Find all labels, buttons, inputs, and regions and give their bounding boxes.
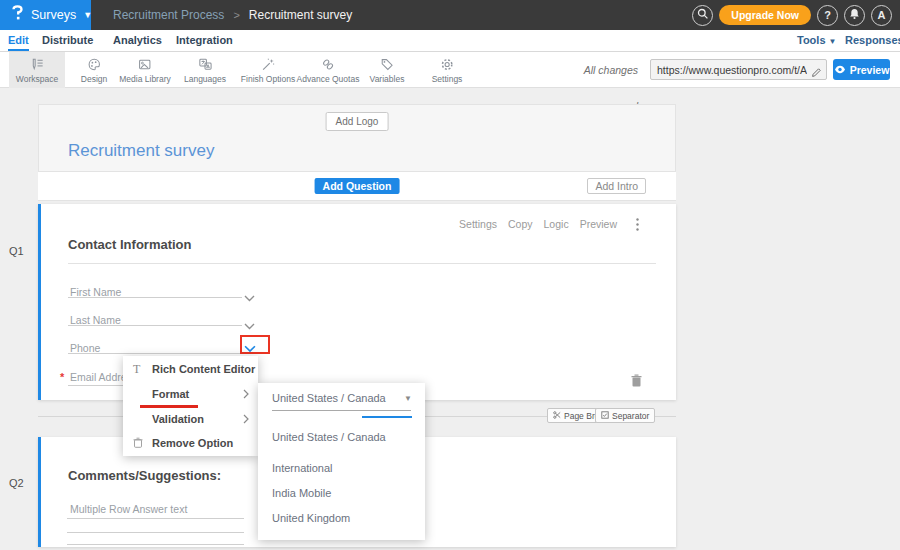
answer-line — [67, 518, 244, 519]
question-logic-link[interactable]: Logic — [544, 218, 569, 230]
select-caret-icon: ▼ — [404, 394, 412, 403]
breadcrumb-folder[interactable]: Recruitment Process — [113, 8, 224, 22]
format-option-india-mobile[interactable]: India Mobile — [272, 487, 331, 499]
tag-icon — [380, 57, 395, 72]
palette-icon — [87, 57, 102, 72]
trash-icon[interactable] — [631, 373, 642, 391]
top-navbar: Surveys ▼ Recruitment Process > Recruitm… — [0, 0, 900, 30]
row-options-context-menu: T Rich Content Editor Format Validation … — [123, 356, 258, 456]
format-option-us-canada[interactable]: United States / Canada — [272, 431, 386, 443]
question-preview-link[interactable]: Preview — [580, 218, 617, 230]
annotation-red-underline — [140, 405, 198, 408]
format-option-international[interactable]: International — [272, 462, 333, 474]
breadcrumb-survey-name: Recruitment survey — [249, 8, 352, 22]
tools-menu[interactable]: Tools ▼ — [797, 30, 837, 51]
app-window: Surveys ▼ Recruitment Process > Recruitm… — [0, 0, 900, 550]
breadcrumb: Recruitment Process > Recruitment survey — [113, 0, 352, 30]
upgrade-now-button[interactable]: Upgrade Now — [719, 5, 811, 25]
survey-header-card: Add Logo Recruitment survey — [38, 104, 676, 172]
image-icon — [138, 57, 153, 72]
toolbar-item-finish-options[interactable]: Finish Options — [237, 52, 299, 88]
menu-item-format[interactable]: Format — [123, 383, 258, 405]
gear-icon — [440, 57, 455, 72]
menu-item-remove-option[interactable]: Remove Option — [123, 432, 258, 454]
survey-title[interactable]: Recruitment survey — [68, 141, 214, 161]
tab-analytics[interactable]: Analytics — [113, 30, 162, 51]
bell-icon — [849, 8, 860, 22]
product-menu-label: Surveys — [31, 8, 76, 22]
add-question-button[interactable]: Add Question — [315, 178, 400, 194]
annotation-red-box — [240, 335, 270, 354]
text-format-icon: T — [133, 362, 140, 377]
chevron-down-icon[interactable] — [244, 288, 255, 306]
menu-item-validation[interactable]: Validation — [123, 408, 258, 430]
multirow-answer-placeholder[interactable]: Multiple Row Answer text — [70, 503, 187, 515]
kebab-menu-icon[interactable] — [636, 217, 639, 235]
toolbar-item-variables[interactable]: Variables — [366, 52, 409, 88]
workspace-icon — [30, 57, 45, 72]
question-actions: Settings Copy Logic Preview — [459, 218, 617, 230]
question-2-label: Q2 — [9, 477, 24, 489]
toolbar-item-languages[interactable]: Languages — [180, 52, 230, 88]
search-button[interactable] — [692, 5, 713, 26]
autosave-status: All changes saved — [566, 52, 638, 88]
question-copy-link[interactable]: Copy — [508, 218, 533, 230]
notifications-button[interactable] — [844, 5, 865, 26]
surveys-product-menu[interactable]: Surveys ▼ — [0, 0, 91, 30]
chevron-right-icon — [243, 385, 249, 403]
toolbar-item-settings[interactable]: Settings — [428, 52, 467, 88]
question-1-label: Q1 — [9, 245, 24, 257]
field-phone-underline — [68, 353, 242, 354]
phone-format-submenu: United States / Canada ▼ United States /… — [258, 383, 425, 540]
chain-links-icon — [320, 57, 335, 72]
answer-line — [67, 532, 244, 533]
preview-button[interactable]: Preview — [833, 59, 890, 80]
chevron-down-icon[interactable] — [244, 316, 255, 334]
toolbar-item-design[interactable]: Design — [77, 52, 111, 88]
select-underline — [272, 410, 411, 411]
question-2-title[interactable]: Comments/Suggestions: — [68, 468, 221, 483]
answer-line — [67, 544, 244, 545]
breadcrumb-separator-icon: > — [233, 9, 239, 21]
toolbar-item-workspace[interactable]: Workspace — [9, 52, 65, 88]
question-1-title[interactable]: Contact Information — [68, 237, 656, 264]
add-logo-button[interactable]: Add Logo — [326, 112, 389, 131]
question-settings-link[interactable]: Settings — [459, 218, 497, 230]
toolbar-item-advance-quotas[interactable]: Advance Quotas — [293, 52, 364, 88]
field-first-name-underline — [68, 297, 242, 298]
responses-link[interactable]: Responses: 4 — [845, 30, 900, 51]
tab-edit[interactable]: Edit — [8, 30, 29, 51]
toolbar-item-media-library[interactable]: Media Library — [115, 52, 175, 88]
section-tabs: Edit Distribute Analytics Integration To… — [0, 30, 900, 52]
share-url-box — [650, 59, 827, 80]
edit-pencil-icon[interactable] — [811, 64, 822, 82]
format-option-united-kingdom[interactable]: United Kingdom — [272, 512, 350, 524]
translate-icon — [197, 57, 212, 72]
scissors-icon — [553, 411, 561, 421]
field-last-name-underline — [68, 325, 242, 326]
survey-add-row: Add Question Add Intro — [38, 172, 676, 201]
user-avatar[interactable]: A — [871, 5, 892, 26]
avatar-initial: A — [878, 9, 886, 21]
separator-checkbox-icon — [601, 411, 609, 421]
search-icon — [697, 8, 709, 22]
add-intro-button[interactable]: Add Intro — [587, 178, 646, 194]
menu-item-rich-content-editor[interactable]: T Rich Content Editor — [123, 358, 258, 380]
chevron-down-icon: ▼ — [83, 10, 92, 20]
help-button[interactable]: ? — [817, 5, 838, 26]
questionpro-logo-icon — [11, 5, 24, 25]
trash-icon — [133, 434, 143, 452]
share-url-input[interactable] — [651, 60, 807, 79]
tab-integration[interactable]: Integration — [176, 30, 233, 51]
edit-toolbar: Workspace Design Media Library Languages… — [0, 52, 900, 88]
topbar-actions: Upgrade Now ? A — [692, 0, 892, 30]
question-mark-icon: ? — [824, 9, 831, 21]
format-select-value[interactable]: United States / Canada — [272, 392, 386, 404]
chevron-right-icon — [243, 410, 249, 428]
required-marker: * — [60, 371, 64, 383]
eye-icon — [834, 64, 846, 76]
magic-wand-icon — [261, 57, 276, 72]
separator-button[interactable]: Separator — [595, 408, 655, 423]
tab-distribute[interactable]: Distribute — [42, 30, 93, 51]
chevron-down-icon: ▼ — [829, 37, 837, 46]
